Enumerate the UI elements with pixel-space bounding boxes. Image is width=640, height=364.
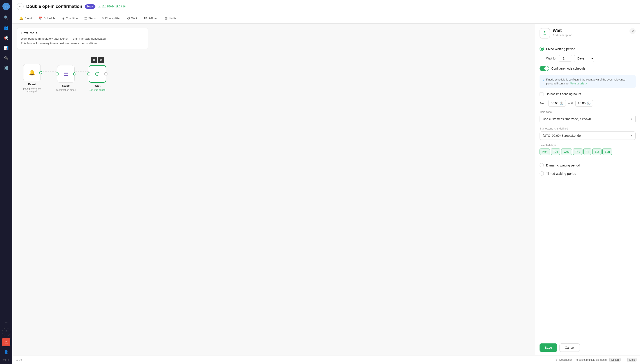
day-wed[interactable]: Wed (561, 148, 572, 155)
toolbar-flow-splitter-label: Flow splitter (105, 16, 120, 20)
event-icon: 🔔 (19, 16, 24, 20)
panel-subtitle[interactable]: Add description (553, 34, 627, 37)
panel-close-button[interactable]: ✕ (629, 28, 635, 34)
wait-for-row: Wait for Minutes Hours Days Weeks (546, 55, 635, 62)
limit-hours-checkbox[interactable] (539, 92, 543, 96)
from-time-value: 08:00 (551, 102, 558, 105)
sidebar-item-user[interactable]: 👤 (2, 348, 10, 356)
back-button[interactable]: ← (17, 3, 24, 10)
sidebar-time: 23:10 (3, 359, 9, 362)
timezone-label: Time zone (539, 110, 635, 114)
clock-icon: ⏱ (542, 30, 547, 36)
flow-info-label: Flow info (21, 31, 34, 35)
connector-1 (43, 72, 56, 72)
configure-schedule-label: Configure node schedule (551, 67, 585, 70)
timezone-dropdown[interactable]: Use customer's time zone, if known ▾ (539, 115, 635, 123)
node-steps-label: Steps (62, 84, 70, 87)
canvas[interactable]: Flow info ∧ Work period: immediately aft… (12, 24, 535, 355)
node-steps[interactable]: ☰ Steps confirmation email (56, 57, 76, 91)
flow-splitter-icon: ⑂ (102, 16, 104, 20)
description-label: Description (559, 358, 572, 362)
toolbar-steps[interactable]: ☰ Steps (82, 15, 98, 22)
sidebar-item-contacts[interactable]: 👥 (2, 24, 10, 32)
node-steps-sublabel: confirmation email (56, 88, 76, 91)
day-thu[interactable]: Thu (573, 148, 582, 155)
draft-badge: Draft (85, 4, 96, 9)
node-event-label: Event (28, 83, 36, 86)
day-fri[interactable]: Fri (583, 148, 591, 155)
wait-icon: ⏱ (127, 16, 130, 20)
sidebar-item-campaigns[interactable]: 📢 (2, 34, 10, 42)
timezone-section: Time zone Use customer's time zone, if k… (539, 110, 635, 123)
configure-schedule-toggle[interactable] (539, 66, 549, 71)
sidebar-item-integrations[interactable]: 🔌 (2, 54, 10, 62)
days-row: Mon Tue Wed Thu Fri Sat Sun (539, 148, 635, 155)
sidebar-item-help[interactable]: ? (2, 328, 10, 336)
sidebar-item-flows[interactable]: → (2, 318, 10, 326)
day-mon[interactable]: Mon (539, 148, 550, 155)
flow-info-text: Work period: immediately after launch — … (21, 36, 144, 46)
undefined-tz-dropdown[interactable]: (UTC+00:00) Europe/London ▾ (539, 132, 635, 140)
statusbar: 23:10 ℹ Description To select multiple e… (12, 355, 640, 364)
wait-for-input[interactable] (559, 55, 572, 62)
radio-fixed-label: Fixed waiting period (546, 47, 575, 51)
day-sat[interactable]: Sat (592, 148, 601, 155)
radio-dynamic[interactable]: Dynamic waiting period (539, 163, 635, 167)
toolbar-flow-splitter[interactable]: ⑂ Flow splitter (100, 15, 123, 22)
sidebar-item-settings[interactable]: ⚙️ (2, 64, 10, 72)
panel-body: Fixed waiting period Wait for Minutes Ho… (535, 42, 640, 180)
node-wait[interactable]: 🗑 ⧉ ⏱ Wait Set wait period (89, 57, 106, 91)
day-tue[interactable]: Tue (551, 148, 560, 155)
node-wait-right-dot (104, 72, 108, 76)
node-steps-right-dot (73, 72, 76, 76)
undefined-tz-value: (UTC+00:00) Europe/London (543, 134, 582, 138)
flow-info-line1: Work period: immediately after launch — … (21, 36, 144, 41)
until-time-input[interactable]: 20:00 🕗 (575, 100, 593, 106)
node-copy-button[interactable]: ⧉ (98, 57, 104, 63)
node-steps-box[interactable]: ☰ (57, 65, 75, 83)
sidebar-item-search[interactable]: 🔍 (2, 14, 10, 22)
time-range-row: From 08:00 🕗 until 20:00 🕗 (539, 100, 635, 106)
node-delete-button[interactable]: 🗑 (91, 57, 97, 63)
more-details-link[interactable]: More details ↗ (570, 82, 587, 85)
toolbar-condition[interactable]: ◈ Condition (59, 15, 80, 22)
save-indicator[interactable]: ☁ 12/12/2024 23:08:16 (98, 5, 126, 8)
node-event[interactable]: 🔔 Event ption preference changed (21, 56, 43, 92)
node-wait-box[interactable]: ⏱ (89, 65, 106, 83)
day-sun[interactable]: Sun (602, 148, 612, 155)
steps-node-icon: ☰ (64, 71, 68, 77)
avatar[interactable]: m (3, 2, 10, 10)
toolbar-ab-test[interactable]: AB A/B test (141, 15, 161, 21)
node-wait-label: Wait (95, 84, 101, 87)
option-key-badge: Option (609, 358, 620, 362)
node-steps-wrapper: ☰ Steps confirmation email (56, 57, 76, 91)
toolbar-event[interactable]: 🔔 Event (17, 15, 34, 22)
toolbar-limita[interactable]: ⊠ Limita (162, 15, 179, 22)
sidebar-alert[interactable]: ⚠ (2, 338, 10, 346)
node-event-box[interactable]: 🔔 (23, 64, 41, 82)
save-button[interactable]: Save (539, 344, 557, 352)
panel-title-area: Wait Add description (553, 28, 627, 37)
divider-1 (535, 159, 640, 159)
configure-schedule-row: Configure node schedule (539, 66, 635, 71)
plus-sign: + (623, 358, 625, 362)
radio-timed-circle[interactable] (539, 171, 544, 176)
radio-fixed[interactable]: Fixed waiting period (539, 46, 635, 51)
sidebar-item-analytics[interactable]: 📊 (2, 44, 10, 52)
toolbar-limita-label: Limita (169, 16, 176, 20)
wait-for-unit-select[interactable]: Minutes Hours Days Weeks (574, 55, 594, 62)
toolbar-schedule[interactable]: 📅 Schedule (36, 15, 58, 22)
cancel-button[interactable]: Cancel (559, 344, 580, 352)
radio-fixed-circle[interactable] (539, 46, 544, 51)
undefined-tz-label: If time zone is undefined (539, 127, 635, 130)
panel-footer: Save Cancel (535, 340, 640, 355)
toolbar-steps-label: Steps (88, 16, 96, 20)
flow-info-header[interactable]: Flow info ∧ (21, 31, 144, 35)
radio-timed[interactable]: Timed waiting period (539, 171, 635, 176)
from-time-input[interactable]: 08:00 🕗 (548, 100, 566, 106)
node-wait-sublabel[interactable]: Set wait period (90, 88, 106, 91)
content-area: Flow info ∧ Work period: immediately aft… (12, 24, 640, 355)
radio-dynamic-circle[interactable] (539, 163, 544, 167)
main-area: ← Double opt-in confirmation Draft ☁ 12/… (12, 0, 640, 364)
toolbar-wait[interactable]: ⏱ Wait (124, 15, 140, 22)
